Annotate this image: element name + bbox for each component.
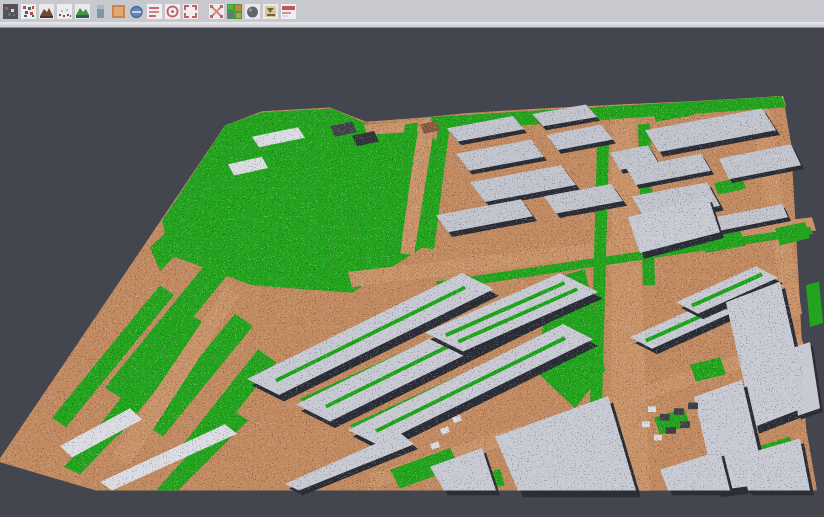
toolbar-button-survey-marker[interactable] [262,3,278,19]
vegetation-terrain-icon [75,4,90,19]
noise-dark [0,28,824,517]
sparse-points-icon [57,4,72,19]
dark-point-cloud-icon [3,4,18,19]
toolbar-button-globe-view[interactable] [128,3,144,19]
classified-cloud-icon [227,4,242,19]
survey-marker-icon [263,4,278,19]
toolbar-button-red-bars[interactable] [146,3,162,19]
orange-area-icon [111,4,126,19]
toolbar-button-target-circle[interactable] [164,3,180,19]
cross-selection-icon [209,4,224,19]
toolbar-button-cross-selection[interactable] [208,3,224,19]
toolbar-button-orange-area[interactable] [110,3,126,19]
toolbar-button-zoom-extent[interactable] [182,3,198,19]
target-circle-icon [165,4,180,19]
red-bars-icon [147,4,162,19]
application-window [0,0,824,517]
classify-points-icon [21,4,36,19]
vegetation-points [806,281,823,326]
toolbar-button-dark-point-cloud[interactable] [2,3,18,19]
globe-view-icon [129,4,144,19]
toolbar-button-profile-column[interactable] [92,3,108,19]
toolbar-button-sphere-view[interactable] [244,3,260,19]
toolbar-button-vegetation-terrain[interactable] [74,3,90,19]
toolbar-button-classified-cloud[interactable] [226,3,242,19]
toolbar [0,0,824,22]
toolbar-button-classify-points[interactable] [20,3,36,19]
point-cloud-scene [0,28,824,517]
toolbar-button-ground-terrain[interactable] [38,3,54,19]
toolbar-button-sparse-points[interactable] [56,3,72,19]
sphere-view-icon [245,4,260,19]
zoom-extent-icon [183,4,198,19]
viewport-3d[interactable] [0,28,824,517]
profile-column-icon [93,4,108,19]
red-rows-icon [281,4,296,19]
ground-terrain-icon [39,4,54,19]
toolbar-button-red-rows[interactable] [280,3,296,19]
